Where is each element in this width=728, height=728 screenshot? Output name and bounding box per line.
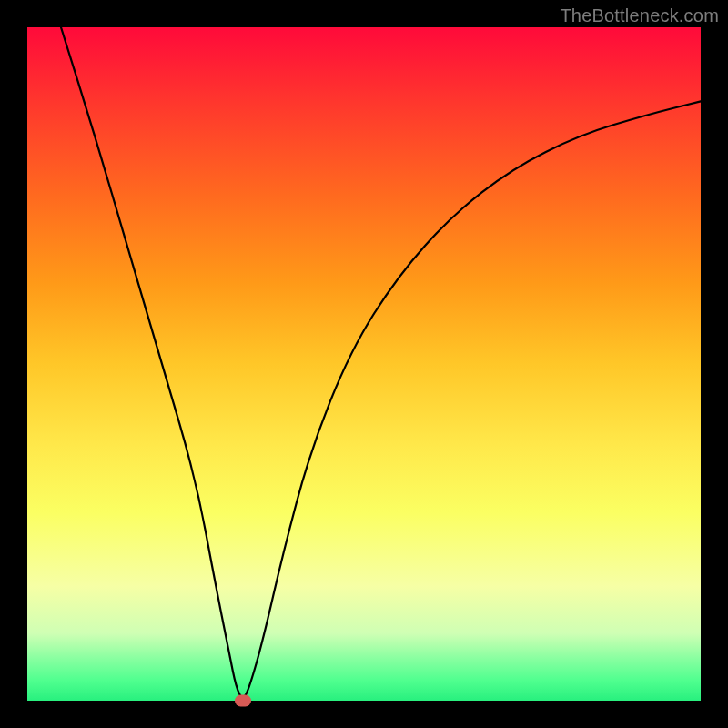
chart-frame: TheBottleneck.com — [0, 0, 728, 728]
curve-svg — [27, 27, 701, 701]
bottleneck-curve-path — [61, 27, 701, 697]
watermark-text: TheBottleneck.com — [560, 5, 719, 26]
plot-area — [27, 27, 701, 701]
minimum-marker — [235, 695, 251, 707]
